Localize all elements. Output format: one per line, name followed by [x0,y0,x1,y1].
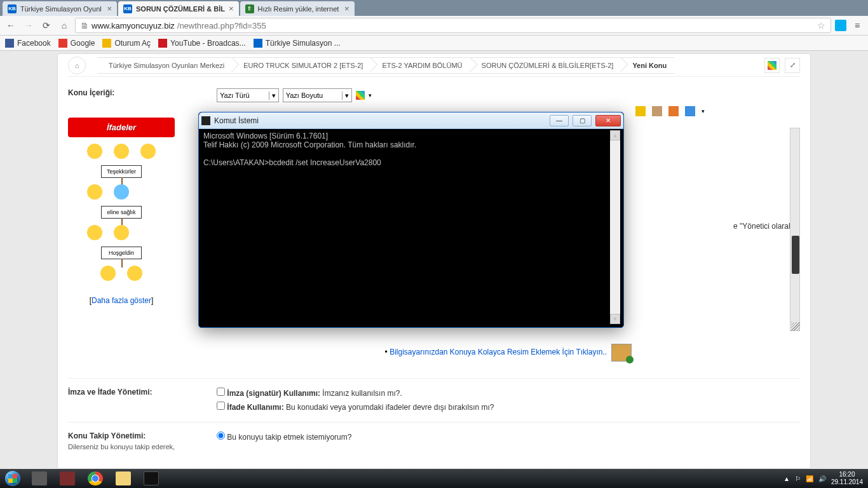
action-center-icon[interactable]: ⚐ [795,475,801,482]
smiley-disable-checkbox[interactable] [217,402,225,410]
google-icon [58,39,67,48]
tray-clock[interactable]: 16:20 29.11.2014 [831,471,863,486]
tab-close-icon[interactable]: × [344,4,349,13]
follow-section-label: Konu Takip Yönetimi: Dilerseniz bu konuy… [68,431,201,451]
breadcrumb-item[interactable]: SORUN ÇÖZÜMLERİ & BİLGİLER[ETS-2] [470,57,621,74]
volume-icon[interactable]: 🔊 [818,475,826,482]
smiley-icon[interactable] [87,184,102,200]
smiley-icon[interactable] [100,266,116,281]
skype-extension-icon[interactable] [835,20,846,31]
bookmark-item[interactable]: Türkiye Simulasyon ... [254,39,341,48]
font-family-select[interactable]: Yazı Türü▾ [217,88,279,102]
font-size-select[interactable]: Yazı Boyutu▾ [283,88,353,102]
chevron-down-icon[interactable]: ▾ [369,92,372,98]
favicon-icon: KB [8,4,17,13]
cmd-minimize-button[interactable]: — [550,115,569,126]
home-button[interactable]: ⌂ [57,18,71,32]
breadcrumb-item[interactable]: Türkiye Simulasyon Oyunları Merkezi [97,57,232,74]
editor-scrollbar[interactable] [790,128,800,331]
reload-button[interactable]: ⟳ [39,18,53,32]
url-path: /newthread.php?fid=355 [177,21,266,30]
browser-tab[interactable]: ⇧ Hızlı Resim yükle, internet × [240,1,355,16]
follow-none-radio[interactable] [217,431,225,440]
bookmark-item[interactable]: YouTube - Broadcas... [158,39,246,48]
start-button[interactable] [0,469,25,488]
smiley-icon[interactable] [114,184,129,200]
smiley-icon[interactable] [87,225,102,240]
windows-orb-icon [5,471,20,486]
bookmark-item[interactable]: Google [58,39,95,48]
site-icon [254,39,262,48]
taskbar-app[interactable] [25,470,53,487]
smiley-panel: İfadeler Teşekkürler eline sağlık Hoşgel… [68,118,175,305]
smiley-sign-icon[interactable]: Hoşgeldin [101,247,142,259]
bookmark-item[interactable]: Oturum Aç [102,39,151,48]
breadcrumb-item[interactable]: EURO TRUCK SIMULATOR 2 [ETS-2] [232,57,370,74]
address-bar: ← → ⟳ ⌂ 🗎 www.kamyoncuyuz.biz/newthread.… [0,16,868,36]
smiley-icon[interactable] [87,144,102,159]
bookmark-star-icon[interactable]: ☆ [817,20,825,30]
browser-tab-active[interactable]: KB SORUN ÇÖZÜMLERİ & BİL × [118,1,239,16]
theme-color-button[interactable] [764,58,780,73]
tab-close-icon[interactable]: × [107,4,112,13]
command-prompt-window: Komut İstemi — ▢ ✕ Microsoft Windows [Sü… [198,112,624,328]
smiley-header: İfadeler [68,118,175,137]
browser-chrome: KB Türkiye Simulasyon Oyunl × KB SORUN Ç… [0,0,868,51]
bookmarks-bar: Facebook Google Oturum Aç YouTube - Broa… [0,36,868,51]
smiley-icon[interactable] [114,225,129,240]
cmd-title: Komut İstemi [214,116,546,125]
breadcrumb: ⌂ Türkiye Simulasyon Oyunları Merkezi EU… [68,54,800,77]
smiley-icon[interactable] [140,144,156,159]
facebook-icon [5,39,14,48]
smiley-sign-icon[interactable]: Teşekkürler [101,165,142,178]
chevron-down-icon[interactable]: ▾ [702,108,705,114]
bookmark-item[interactable]: Facebook [5,39,51,48]
attach-image-link[interactable]: Bilgisayarınızdan Konuya Kolayca Resim E… [390,348,607,356]
network-icon[interactable]: 📶 [806,475,813,482]
cmd-close-button[interactable]: ✕ [595,115,621,126]
resize-handle-icon[interactable] [791,322,800,331]
cmd-output[interactable]: Microsoft Windows [Sürüm 6.1.7601] Telif… [202,130,620,324]
scrollbar-thumb[interactable] [792,236,799,274]
taskbar-chrome[interactable] [81,470,109,487]
taskbar-cmd[interactable] [137,470,165,487]
clipboard-icon[interactable] [652,106,662,116]
tab-strip: KB Türkiye Simulasyon Oyunl × KB SORUN Ç… [0,0,868,16]
menu-button[interactable]: ≡ [850,18,864,32]
show-more-smileys: [Daha fazla göster] [68,296,175,305]
fullscreen-button[interactable]: ⤢ [785,58,800,73]
smiley-icon[interactable] [127,266,142,281]
tab-title: SORUN ÇÖZÜMLERİ & BİL [136,5,225,13]
tab-title: Türkiye Simulasyon Oyunl [20,5,103,13]
cmd-scrollbar[interactable]: ▲▼ [610,130,620,324]
forward-button[interactable]: → [22,18,36,32]
taskbar-app[interactable] [53,470,81,487]
tab-close-icon[interactable]: × [229,4,234,13]
cmd-titlebar[interactable]: Komut İstemi — ▢ ✕ [199,112,623,129]
taskbar-explorer[interactable] [109,470,137,487]
browser-tab[interactable]: KB Türkiye Simulasyon Oyunl × [3,1,117,16]
smiley-icon[interactable] [114,144,129,159]
editor-textarea-edge: e "Yönetici olarak [705,128,800,331]
attachment-icon[interactable] [635,106,646,116]
breadcrumb-home-icon[interactable]: ⌂ [68,57,86,74]
smiley-sign-icon[interactable]: eline sağlık [101,206,142,219]
feed-icon[interactable] [668,106,679,116]
cmd-icon [201,116,210,125]
chevron-down-icon: ▾ [342,92,349,100]
url-input[interactable]: 🗎 www.kamyoncuyuz.biz/newthread.php?fid=… [75,18,831,33]
cmd-maximize-button[interactable]: ▢ [573,115,592,126]
back-button[interactable]: ← [4,18,18,32]
breadcrumb-item[interactable]: ETS-2 YARDIM BÖLÜMÜ [370,57,470,74]
signature-section-label: İmza ve İfade Yönetimi: [68,388,201,416]
scroll-up-icon[interactable]: ▲ [610,130,620,140]
favicon-icon: KB [123,4,132,13]
color-picker-icon[interactable] [356,91,365,100]
scroll-down-icon[interactable]: ▼ [610,314,620,324]
page-icon: 🗎 [81,21,89,30]
chevron-down-icon: ▾ [269,92,276,100]
tray-overflow-icon[interactable]: ▲ [783,475,790,482]
video-icon[interactable] [685,106,695,116]
signature-checkbox[interactable] [217,388,225,396]
image-upload-icon[interactable] [611,344,632,362]
